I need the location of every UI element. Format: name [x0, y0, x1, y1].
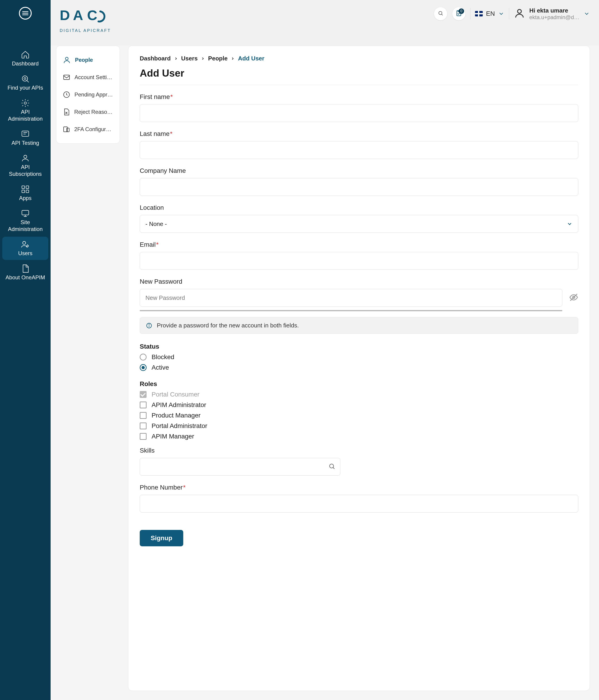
subnav-label: People — [75, 57, 93, 63]
last-name-input[interactable] — [140, 141, 578, 159]
notifications-button[interactable]: 0 — [452, 7, 466, 21]
status-blocked-label: Blocked — [152, 353, 174, 361]
nav-label: Apps — [19, 195, 32, 202]
status-group-label: Status — [140, 343, 578, 350]
subnav-people[interactable]: People — [56, 51, 120, 69]
role-product-manager-checkbox[interactable] — [140, 412, 147, 419]
search-icon — [329, 463, 335, 471]
subnav-account-settings[interactable]: Account Settings — [56, 69, 120, 86]
user-menu[interactable]: Hi ekta umare ekta.u+padmin@d… — [514, 7, 590, 21]
crumb-current: Add User — [238, 55, 264, 62]
nav-apps[interactable]: Apps — [2, 181, 48, 205]
nav-api-subs[interactable]: API Subscriptions — [2, 150, 48, 181]
password-input[interactable] — [140, 289, 562, 307]
last-name-label: Last name* — [140, 130, 578, 138]
nav-label: Users — [18, 250, 33, 257]
nav-dashboard[interactable]: Dashboard — [2, 47, 48, 70]
apps-icon — [20, 185, 30, 194]
brand-logo[interactable]: D A C DIGITAL APICRAFT — [60, 7, 111, 33]
envelope-icon — [63, 73, 71, 81]
notif-badge: 0 — [459, 8, 464, 14]
svg-point-13 — [23, 242, 26, 245]
password-label: New Password — [140, 278, 578, 285]
nav-api-testing[interactable]: API Testing — [2, 126, 48, 150]
svg-rect-22 — [63, 75, 69, 80]
divider — [509, 8, 509, 19]
password-strength-meter — [140, 310, 562, 311]
crumb-dashboard[interactable]: Dashboard — [140, 55, 171, 62]
home-icon — [20, 50, 30, 59]
svg-rect-9 — [26, 186, 29, 189]
users-icon — [20, 240, 30, 249]
svg-point-5 — [24, 102, 26, 104]
nav-find-apis[interactable]: Find your APIs — [2, 71, 48, 94]
nav-label: Find your APIs — [7, 84, 43, 91]
chevron-right-icon — [201, 56, 205, 61]
chevron-down-icon — [567, 221, 573, 227]
company-label: Company Name — [140, 167, 578, 174]
role-label: Product Manager — [152, 412, 201, 419]
svg-rect-8 — [22, 186, 25, 189]
location-select[interactable]: - None - — [140, 215, 578, 233]
nav-label: API Administration — [4, 108, 47, 122]
chevron-right-icon — [231, 56, 235, 61]
svg-rect-11 — [26, 190, 29, 193]
chevron-right-icon — [174, 56, 178, 61]
nav-label: Dashboard — [12, 60, 38, 67]
email-input[interactable] — [140, 252, 578, 270]
status-blocked-radio[interactable] — [140, 354, 147, 360]
page-title: Add User — [140, 68, 578, 79]
role-portal-admin-checkbox[interactable] — [140, 423, 147, 429]
role-apim-admin-checkbox[interactable] — [140, 402, 147, 408]
brand-mark: D A C — [60, 7, 108, 27]
nav-about[interactable]: About OneAPIM — [2, 261, 48, 284]
nav-site-admin[interactable]: Site Administration — [2, 206, 48, 236]
first-name-input[interactable] — [140, 104, 578, 122]
roles-group-label: Roles — [140, 380, 578, 388]
info-icon — [146, 322, 152, 329]
user-email: ekta.u+padmin@d… — [529, 14, 579, 21]
language-selector[interactable]: EN — [475, 10, 504, 17]
password-hint-text: Provide a password for the new account i… — [157, 322, 299, 329]
subnav-2fa-config[interactable]: 2FA Configurati… — [56, 121, 120, 138]
signup-button[interactable]: Signup — [140, 530, 183, 546]
svg-text:A: A — [73, 7, 84, 23]
svg-point-30 — [149, 324, 149, 324]
subnav-label: Account Settings — [75, 74, 113, 80]
clock-icon — [63, 91, 71, 99]
status-active-label: Active — [152, 364, 169, 371]
status-active-radio[interactable] — [140, 364, 147, 371]
subnav: People Account Settings Pending Appro… R… — [56, 46, 120, 144]
svg-rect-6 — [22, 131, 29, 136]
role-label: Portal Administrator — [152, 422, 207, 430]
phone-label: Phone Number* — [140, 484, 578, 491]
subnav-label: 2FA Configurati… — [74, 126, 113, 132]
crumb-people[interactable]: People — [208, 55, 228, 62]
toggle-password-visibility[interactable] — [569, 293, 578, 303]
menu-toggle-button[interactable] — [19, 7, 32, 20]
role-label: Portal Consumer — [152, 391, 200, 398]
svg-point-31 — [330, 464, 334, 468]
role-apim-manager-checkbox[interactable] — [140, 433, 147, 440]
chevron-down-icon — [498, 10, 504, 17]
phone-input[interactable] — [140, 495, 578, 512]
svg-point-3 — [22, 76, 28, 81]
svg-text:C: C — [87, 7, 98, 23]
role-label: APIM Administrator — [152, 401, 206, 408]
nav-label: API Testing — [11, 140, 39, 146]
company-input[interactable] — [140, 178, 578, 196]
svg-rect-10 — [22, 190, 25, 193]
subnav-reject-reason[interactable]: Reject Reason … — [56, 103, 120, 121]
nav-label: About OneAPIM — [5, 274, 45, 281]
svg-text:D: D — [60, 7, 70, 23]
divider — [140, 85, 578, 85]
nav-label: API Subscriptions — [4, 164, 47, 177]
skills-input[interactable] — [140, 458, 340, 476]
nav-users[interactable]: Users — [2, 237, 48, 260]
search-button[interactable] — [434, 7, 447, 21]
nav-api-admin[interactable]: API Administration — [2, 95, 48, 125]
location-value: - None - — [146, 221, 167, 228]
crumb-users[interactable]: Users — [181, 55, 198, 62]
subnav-pending-approvals[interactable]: Pending Appro… — [56, 86, 120, 103]
email-label: Email* — [140, 241, 578, 248]
